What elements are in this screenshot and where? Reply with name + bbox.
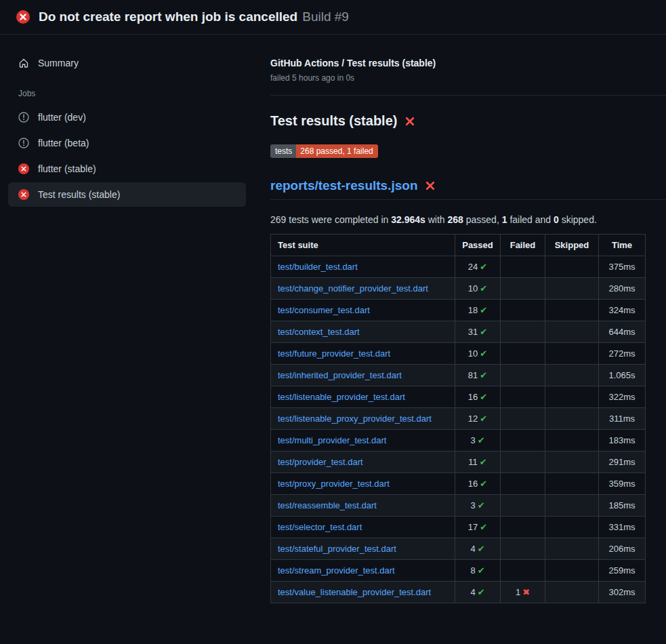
cell-test-suite: test/inherited_provider_test.dart bbox=[271, 365, 455, 386]
cell-skipped bbox=[545, 321, 599, 343]
cell-time: 311ms bbox=[599, 408, 646, 430]
cell-skipped bbox=[545, 365, 599, 386]
check-icon: ✔ bbox=[480, 327, 487, 337]
cell-skipped bbox=[545, 473, 599, 495]
cell-passed: 4✔ bbox=[455, 538, 501, 560]
cell-failed bbox=[501, 517, 545, 538]
table-row: test/provider_test.dart11✔291ms bbox=[271, 451, 646, 473]
section-heading: Test results (stable) bbox=[270, 113, 666, 129]
cell-failed bbox=[501, 300, 545, 321]
cell-test-suite: test/builder_test.dart bbox=[271, 256, 455, 278]
cell-time: 644ms bbox=[599, 321, 646, 343]
cell-time: 259ms bbox=[599, 560, 646, 582]
jobs-section-label: Jobs bbox=[18, 89, 236, 98]
table-row: test/context_test.dart31✔644ms bbox=[271, 321, 646, 343]
cell-skipped bbox=[545, 408, 599, 430]
build-title: Do not create report when job is cancell… bbox=[39, 9, 297, 24]
run-status-text: failed 5 hours ago in 0s bbox=[270, 73, 666, 83]
sidebar-job-flutter-stable[interactable]: flutter (stable) bbox=[8, 157, 246, 181]
cell-failed bbox=[501, 256, 545, 278]
warning-icon bbox=[18, 138, 29, 148]
check-icon: ✔ bbox=[480, 262, 487, 272]
column-header-test-suite: Test suite bbox=[271, 235, 455, 256]
sidebar-item-summary[interactable]: Summary bbox=[8, 51, 246, 75]
test-suite-link[interactable]: test/listenable_provider_test.dart bbox=[278, 392, 405, 402]
cell-time: 324ms bbox=[599, 300, 646, 321]
table-row: test/inherited_provider_test.dart81✔1.06… bbox=[271, 365, 646, 386]
job-label: Test results (stable) bbox=[38, 189, 120, 200]
test-suite-link[interactable]: test/proxy_provider_test.dart bbox=[278, 479, 390, 489]
table-row: test/selector_test.dart17✔331ms bbox=[271, 517, 646, 538]
column-header-skipped: Skipped bbox=[545, 235, 599, 256]
sidebar-job-test-results-stable[interactable]: Test results (stable) bbox=[8, 182, 246, 207]
check-icon: ✔ bbox=[480, 414, 487, 424]
cell-passed: 3✔ bbox=[455, 430, 501, 451]
check-icon: ✔ bbox=[478, 565, 485, 576]
cell-passed: 12✔ bbox=[455, 408, 501, 430]
test-suite-link[interactable]: test/provider_test.dart bbox=[278, 457, 363, 467]
test-suite-link[interactable]: test/value_listenable_provider_test.dart bbox=[278, 587, 431, 597]
column-header-passed: Passed bbox=[455, 235, 501, 256]
cell-passed: 18✔ bbox=[455, 300, 501, 321]
cell-time: 206ms bbox=[599, 538, 646, 560]
cell-test-suite: test/reassemble_test.dart bbox=[271, 495, 455, 517]
cross-icon: ✖ bbox=[522, 587, 530, 597]
table-row: test/change_notifier_provider_test.dart1… bbox=[271, 278, 646, 300]
check-icon: ✔ bbox=[480, 479, 487, 489]
sidebar-job-flutter-beta[interactable]: flutter (beta) bbox=[8, 131, 246, 155]
cell-test-suite: test/stream_provider_test.dart bbox=[271, 560, 455, 582]
test-suite-link[interactable]: test/consumer_test.dart bbox=[278, 305, 370, 315]
check-icon: ✔ bbox=[478, 587, 485, 597]
cell-time: 1.065s bbox=[599, 365, 646, 386]
test-suite-link[interactable]: test/change_notifier_provider_test.dart bbox=[278, 283, 428, 294]
cell-failed: 1✖ bbox=[501, 582, 545, 603]
sidebar-job-flutter-dev[interactable]: flutter (dev) bbox=[8, 105, 246, 129]
cell-passed: 31✔ bbox=[455, 321, 501, 343]
sidebar-summary-label: Summary bbox=[38, 58, 79, 68]
cell-time: 302ms bbox=[599, 582, 646, 603]
table-row: test/future_provider_test.dart10✔272ms bbox=[271, 343, 646, 365]
cell-passed: 81✔ bbox=[455, 365, 501, 386]
cell-test-suite: test/listenable_proxy_provider_test.dart bbox=[271, 408, 455, 430]
test-suite-link[interactable]: test/selector_test.dart bbox=[278, 522, 362, 532]
cell-failed bbox=[501, 538, 545, 560]
cell-passed: 11✔ bbox=[455, 451, 501, 473]
page-title: Do not create report when job is cancell… bbox=[39, 9, 349, 24]
cell-time: 291ms bbox=[599, 451, 646, 473]
check-icon: ✔ bbox=[480, 392, 487, 402]
check-icon: ✔ bbox=[478, 435, 485, 445]
check-icon: ✔ bbox=[480, 283, 487, 294]
cell-passed: 17✔ bbox=[455, 517, 501, 538]
cell-failed bbox=[501, 473, 545, 495]
test-suite-link[interactable]: test/context_test.dart bbox=[278, 327, 360, 337]
breadcrumb: GitHub Actions / Test results (stable) bbox=[270, 58, 666, 68]
cell-failed bbox=[501, 430, 545, 451]
cell-time: 183ms bbox=[599, 430, 646, 451]
test-suite-link[interactable]: test/future_provider_test.dart bbox=[278, 348, 390, 359]
test-suite-link[interactable]: test/stateful_provider_test.dart bbox=[278, 544, 396, 554]
table-row: test/proxy_provider_test.dart16✔359ms bbox=[271, 473, 646, 495]
cell-time: 375ms bbox=[599, 256, 646, 278]
cell-test-suite: test/future_provider_test.dart bbox=[271, 343, 455, 365]
tests-badge: tests 268 passed, 1 failed bbox=[270, 144, 378, 158]
cell-skipped bbox=[545, 517, 599, 538]
home-icon bbox=[18, 58, 29, 68]
build-failed-icon bbox=[16, 10, 30, 24]
test-suite-link[interactable]: test/inherited_provider_test.dart bbox=[278, 370, 402, 380]
failed-icon bbox=[18, 189, 29, 200]
table-row: test/multi_provider_test.dart3✔183ms bbox=[271, 430, 646, 451]
cell-failed bbox=[501, 365, 545, 386]
table-row: test/listenable_proxy_provider_test.dart… bbox=[271, 408, 646, 430]
report-file-link[interactable]: reports/test-results.json bbox=[270, 178, 418, 193]
test-suite-link[interactable]: test/stream_provider_test.dart bbox=[278, 565, 395, 576]
test-suite-link[interactable]: test/listenable_proxy_provider_test.dart bbox=[278, 414, 432, 424]
test-suite-link[interactable]: test/builder_test.dart bbox=[278, 262, 358, 272]
test-suite-link[interactable]: test/multi_provider_test.dart bbox=[278, 435, 386, 445]
table-row: test/reassemble_test.dart3✔185ms bbox=[271, 495, 646, 517]
check-icon: ✔ bbox=[480, 305, 487, 315]
cell-test-suite: test/change_notifier_provider_test.dart bbox=[271, 278, 455, 300]
cell-skipped bbox=[545, 256, 599, 278]
test-suite-link[interactable]: test/reassemble_test.dart bbox=[278, 500, 377, 510]
cell-failed bbox=[501, 343, 545, 365]
table-header-row: Test suite Passed Failed Skipped Time bbox=[271, 235, 646, 256]
